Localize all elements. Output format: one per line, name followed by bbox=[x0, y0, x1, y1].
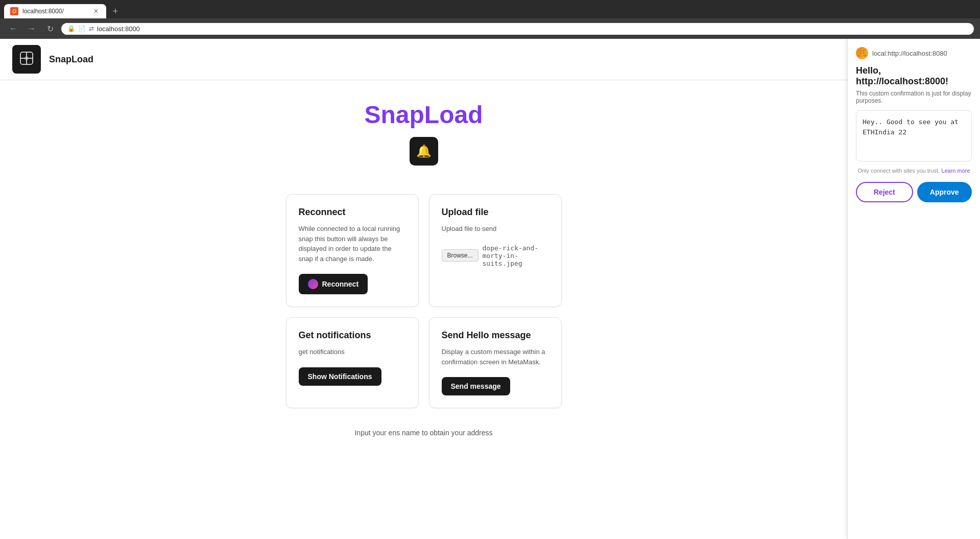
tab-bar: localhost:8000/ ✕ + bbox=[0, 0, 980, 18]
popup-title: Hello, http://localhost:8000! bbox=[856, 65, 972, 87]
learn-more-link[interactable]: Learn more bbox=[941, 168, 970, 174]
upload-card: Upload file Upload file to send Browse..… bbox=[429, 194, 562, 307]
popup-message-text: Hey.. Good to see you at ETHIndia 22 bbox=[863, 117, 965, 137]
show-notifications-button[interactable]: Show Notifications bbox=[299, 367, 381, 386]
app-logo-icon bbox=[19, 51, 34, 68]
app-logo bbox=[12, 45, 41, 74]
upload-card-desc: Upload file to send bbox=[442, 224, 549, 234]
security-icon: 🔒 bbox=[67, 25, 75, 32]
popup-actions: Reject Approve bbox=[856, 182, 972, 202]
reconnect-card-desc: While connected to a local running snap … bbox=[299, 224, 406, 264]
file-input-area: Browse... dope-rick-and-morty-in-suits.j… bbox=[442, 244, 549, 267]
app-header: SnapLoad bbox=[0, 39, 847, 80]
notifications-card: Get notifications get notifications Show… bbox=[286, 317, 419, 408]
tab-close-button[interactable]: ✕ bbox=[92, 7, 100, 15]
popup-trust-note: Only connect with sites you trust. Learn… bbox=[856, 168, 972, 174]
metamask-icon bbox=[856, 47, 868, 59]
show-notifications-label: Show Notifications bbox=[308, 372, 372, 381]
tab-title: localhost:8000/ bbox=[22, 8, 88, 15]
ens-section: Input your ens name to obtain your addre… bbox=[0, 418, 847, 451]
tab-favicon bbox=[10, 7, 18, 15]
new-tab-button[interactable]: + bbox=[108, 4, 123, 18]
reconnect-icon bbox=[308, 279, 318, 289]
hero-section: SnapLoad 🔔 bbox=[0, 80, 847, 184]
back-button[interactable]: ← bbox=[6, 21, 20, 36]
browser-chrome: localhost:8000/ ✕ + ← → ↻ 🔒 📄 ⇄ localhos… bbox=[0, 0, 980, 39]
nav-bar: ← → ↻ 🔒 📄 ⇄ localhost:8000 bbox=[0, 18, 980, 39]
popup-subtitle: This custom confirmation is just for dis… bbox=[856, 90, 972, 104]
hello-card-title: Send Hello message bbox=[442, 330, 549, 341]
file-name-display: dope-rick-and-morty-in-suits.jpeg bbox=[483, 244, 549, 267]
notifications-card-desc: get notifications bbox=[299, 347, 406, 357]
hero-title: SnapLoad bbox=[10, 101, 837, 129]
bell-icon: 🔔 bbox=[416, 144, 432, 158]
address-text: localhost:8000 bbox=[97, 25, 968, 33]
reader-icon: 📄 bbox=[78, 25, 86, 32]
popup-url: local:http://localhost:8080 bbox=[872, 50, 947, 57]
forward-button[interactable]: → bbox=[25, 21, 39, 36]
app-name: SnapLoad bbox=[49, 54, 93, 65]
page-content: SnapLoad SnapLoad 🔔 Reconnect While conn… bbox=[0, 39, 847, 539]
metamask-popup: local:http://localhost:8080 Hello, http:… bbox=[847, 39, 980, 539]
send-message-label: Send message bbox=[451, 382, 501, 390]
svg-point-2 bbox=[13, 10, 15, 12]
popup-header: local:http://localhost:8080 bbox=[856, 47, 972, 59]
reconnect-button-label: Reconnect bbox=[322, 280, 359, 288]
upload-card-title: Upload file bbox=[442, 207, 549, 218]
hello-card: Send Hello message Display a custom mess… bbox=[429, 317, 562, 408]
hello-card-desc: Display a custom message within a confir… bbox=[442, 347, 549, 367]
split-icon: ⇄ bbox=[89, 25, 94, 32]
ens-label: Input your ens name to obtain your addre… bbox=[10, 429, 837, 437]
refresh-button[interactable]: ↻ bbox=[43, 21, 57, 36]
reconnect-button[interactable]: Reconnect bbox=[299, 274, 368, 294]
hero-bell-button[interactable]: 🔔 bbox=[410, 137, 438, 166]
reconnect-card-title: Reconnect bbox=[299, 207, 406, 218]
send-message-button[interactable]: Send message bbox=[442, 377, 510, 395]
browse-button[interactable]: Browse... bbox=[442, 249, 479, 262]
notifications-card-title: Get notifications bbox=[299, 330, 406, 341]
popup-message-box: Hey.. Good to see you at ETHIndia 22 bbox=[856, 110, 972, 161]
svg-point-6 bbox=[25, 56, 29, 60]
approve-button[interactable]: Approve bbox=[917, 182, 972, 202]
main-layout: SnapLoad SnapLoad 🔔 Reconnect While conn… bbox=[0, 39, 980, 539]
address-bar[interactable]: 🔒 📄 ⇄ localhost:8000 bbox=[61, 23, 974, 35]
cards-grid: Reconnect While connected to a local run… bbox=[276, 194, 572, 408]
reconnect-card: Reconnect While connected to a local run… bbox=[286, 194, 419, 307]
reject-button[interactable]: Reject bbox=[856, 182, 913, 202]
active-tab[interactable]: localhost:8000/ ✕ bbox=[4, 4, 106, 18]
